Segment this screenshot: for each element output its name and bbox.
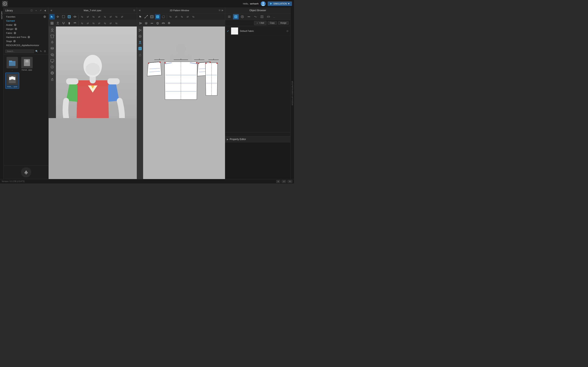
tb2d-select[interactable] [138, 14, 143, 19]
tb-arrow3[interactable]: ⇆ [91, 14, 96, 19]
tb2d-sym2[interactable]: ⇄ [173, 14, 179, 19]
tb2d-sym4[interactable]: ⇄ [185, 14, 190, 19]
fabric-settings-icon[interactable]: ⚙ [286, 30, 289, 33]
tb2d2-stitch[interactable] [149, 21, 155, 26]
tb-arrow8[interactable]: ⇄ [120, 14, 125, 19]
ts-layers[interactable] [49, 46, 55, 51]
tb-arrow5[interactable]: ⇆ [102, 14, 108, 19]
ts-female[interactable] [49, 40, 55, 45]
tb2-avatar[interactable] [55, 21, 61, 26]
tb2d2-pin[interactable] [166, 21, 172, 26]
fabric-item-default[interactable]: ✓ Default Fabric ⚙ [225, 26, 290, 36]
pattern-2d-expand[interactable]: ⊞ [219, 9, 221, 12]
nav-resources[interactable]: RESOURCES_digitalfashiontutor [4, 43, 48, 47]
tb2-arrow4[interactable]: ⇄ [96, 21, 102, 26]
ts2d-circle[interactable] [137, 33, 143, 39]
tb-arrow4[interactable]: ⇄ [96, 14, 102, 19]
ts-measurement[interactable] [49, 64, 55, 70]
add-button[interactable]: ＋ + Add [254, 21, 267, 25]
tb2d-sym3[interactable]: ⇆ [179, 14, 185, 19]
mode-2d[interactable]: 2D [282, 180, 286, 183]
search-icon[interactable]: 🔍 [35, 49, 39, 53]
viewport-3d-collapse[interactable]: ◀ [50, 9, 52, 12]
nav-avatar[interactable]: Avatar ⓘ [4, 23, 48, 27]
ob-wave-icon[interactable] [252, 14, 258, 19]
tb-scale[interactable] [72, 14, 78, 19]
pattern-2d-left[interactable]: ◀ [139, 9, 140, 12]
user-avatar[interactable] [261, 1, 266, 6]
nav-favorites[interactable]: Favorites ⓘ [4, 15, 48, 19]
tb-select[interactable] [49, 14, 55, 19]
pattern-2d-right-arr[interactable]: ▶ [222, 9, 223, 12]
tb-arrow7[interactable]: ⇆ [114, 14, 119, 19]
tb-select2[interactable] [67, 14, 72, 19]
nav-garment[interactable]: Garment [4, 19, 48, 23]
ts-camera[interactable] [49, 52, 55, 58]
tb2-arrow3[interactable]: ⇆ [91, 21, 96, 26]
assign-button[interactable]: Assign [278, 21, 289, 25]
library-refresh-icon[interactable]: ↗ [39, 9, 42, 12]
modular-configurator-tab[interactable]: MODULAR CONFIGURATOR [291, 79, 294, 107]
simulation-button[interactable]: SIMULATION ▼ [268, 1, 292, 6]
tb2d2-pen[interactable] [144, 21, 149, 26]
nav-fabric[interactable]: Fabric ⓘ [4, 31, 48, 35]
copy-button[interactable]: Copy [268, 21, 277, 25]
ob-ruler-icon[interactable] [266, 14, 271, 19]
tb2d-cut[interactable] [149, 14, 155, 19]
tb2-arrow6[interactable]: ⇄ [108, 21, 113, 26]
tb2-arrow1[interactable]: ⇆ [79, 21, 85, 26]
tb2-magnet[interactable] [61, 21, 66, 26]
layout-icon[interactable]: ⊞ [276, 180, 280, 183]
pattern-2d-content[interactable] [137, 26, 225, 179]
ts2d-avatar[interactable] [137, 40, 143, 45]
tb-rotate[interactable] [61, 14, 66, 19]
tb-arrow2[interactable]: ⇄ [85, 14, 90, 19]
tb2d-lasso[interactable] [161, 14, 166, 19]
ob-ball-icon[interactable] [240, 14, 245, 19]
ob-list-icon[interactable] [226, 14, 232, 19]
ob-panel-icon[interactable] [259, 14, 265, 19]
tb2d2-seam[interactable] [155, 21, 160, 26]
library-add-icon[interactable]: ＋ [34, 9, 38, 12]
ts-tshirt[interactable] [49, 33, 55, 39]
tb2d-sym1[interactable]: ⇆ [168, 14, 173, 19]
tb2d-sym5[interactable]: ⇆ [191, 14, 196, 19]
ob-more-icon[interactable]: … [273, 15, 276, 18]
property-editor-expand[interactable]: ▶ [227, 138, 228, 141]
ts-lock[interactable] [49, 76, 55, 82]
ob-fabric-icon[interactable] [233, 14, 239, 19]
library-info-icon[interactable]: ⓘ [30, 9, 33, 12]
ts2d-lock[interactable] [137, 52, 143, 58]
tb2d-node[interactable] [144, 14, 149, 19]
tb2-select-all[interactable] [49, 21, 55, 26]
library-expand-icon[interactable]: ◀ [43, 9, 47, 12]
tb2-pin[interactable] [67, 21, 72, 26]
nav-hanger[interactable]: Hanger ⓘ [4, 27, 48, 31]
tb-arrow6[interactable]: ⇄ [108, 14, 113, 19]
ts-display[interactable] [49, 58, 55, 64]
nav-hardware[interactable]: Hardware and Trims ⓘ [4, 35, 48, 39]
ts2d-fabric[interactable] [137, 46, 143, 51]
ob-line-icon[interactable] [246, 14, 252, 19]
tb-arrow1[interactable]: ⇆ [79, 14, 85, 19]
file-item-female[interactable]: Femal...zpac [20, 56, 34, 72]
nav-stage[interactable]: Stage ⓘ [4, 39, 48, 43]
tb2-wrinkle[interactable] [72, 21, 78, 26]
history-tab[interactable]: HISTORY [0, 9, 3, 21]
viewport-3d-content[interactable] [49, 26, 137, 179]
tb2-arrow7[interactable]: ⇆ [114, 21, 119, 26]
mode-3d[interactable]: 3D [287, 180, 292, 183]
upload-button[interactable] [21, 167, 31, 177]
tb-move[interactable] [55, 14, 61, 19]
ts-view1[interactable] [49, 27, 55, 33]
tb2-arrow5[interactable]: ⇆ [102, 21, 108, 26]
tb2d2-scissors[interactable] [138, 21, 143, 26]
ts-globe[interactable] [49, 70, 55, 76]
viewport-3d-expand[interactable]: ⊞ [133, 9, 135, 12]
tb2d2-measure[interactable] [161, 21, 166, 26]
tb2d-active[interactable] [155, 14, 160, 19]
list-view-icon[interactable]: ☰ [43, 49, 47, 53]
tb2-arrow2[interactable]: ⇄ [85, 21, 90, 26]
ts2d-scissors[interactable] [137, 27, 143, 33]
file-item-male[interactable]: Male_...zpac [5, 73, 19, 89]
